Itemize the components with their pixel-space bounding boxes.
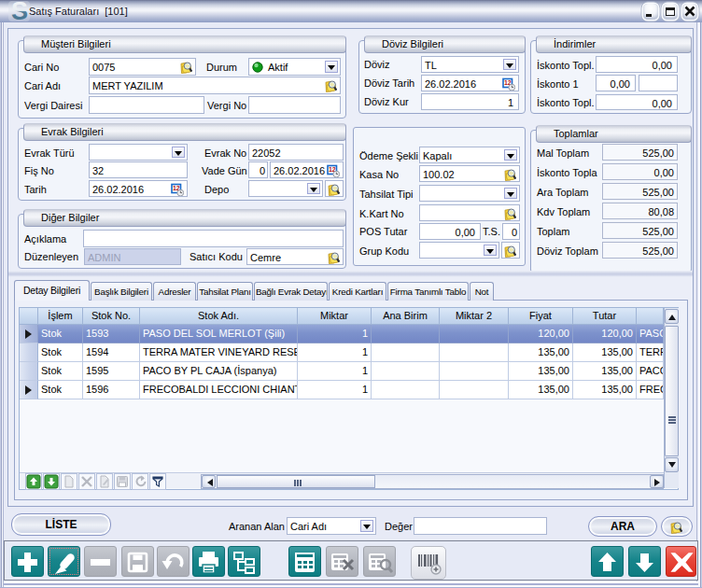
svg-text:S: S <box>11 1 27 21</box>
